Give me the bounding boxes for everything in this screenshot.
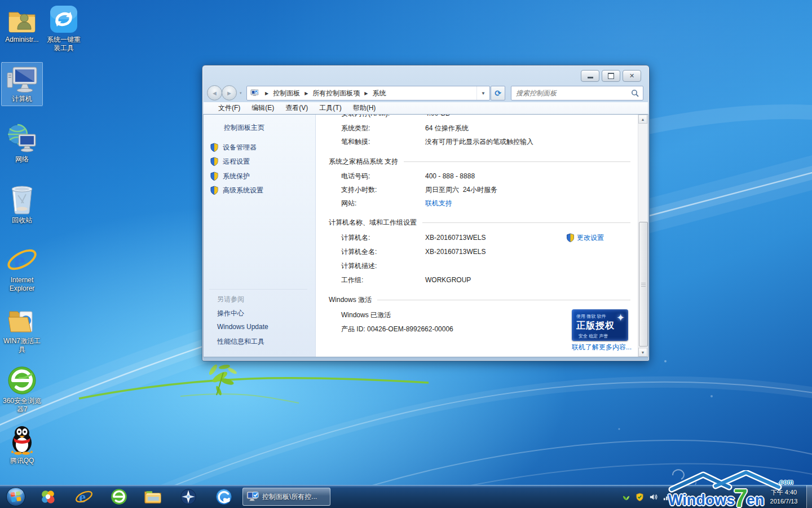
start-button[interactable] (5, 487, 27, 506)
desktop-icon-tencent-qq[interactable]: 腾讯QQ (0, 424, 44, 465)
tray-clock[interactable]: 下午 4:40 2016/7/13 (764, 488, 804, 506)
field-label: 安装内存(RAM): (341, 115, 390, 119)
field-value: 周日至周六 24小时服务 (425, 185, 497, 195)
desktop-icon-label: 回收站 (0, 216, 44, 225)
minimize-button[interactable] (581, 70, 599, 82)
desktop-icon-reinstall-tool[interactable]: 系统一键重 装工具 (42, 3, 86, 52)
desktop-icon-label: 腾讯QQ (0, 457, 44, 465)
search-box (511, 86, 643, 100)
address-bar[interactable]: ▶ 控制面板 ▶ 所有控制面板项 ▶ 系统 ▼ (246, 86, 490, 100)
clock-time: 下午 4:40 (764, 488, 804, 497)
desktop-icon-administrator[interactable]: Administr... (0, 3, 44, 44)
scroll-down-button[interactable]: ▼ (638, 348, 647, 357)
change-settings-link[interactable]: 更改设置 (566, 233, 604, 243)
field-label: 计算机全名: (341, 247, 377, 257)
minimize-icon (588, 77, 593, 78)
system-control-panel-window: ✕ ◄ ► ▾ ▶ 控制面板 ▶ 所有控制面板项 ▶ 系统 ▼ ⟳ (202, 65, 650, 361)
desktop-icon-recycle-bin[interactable]: 回收站 (0, 184, 44, 225)
breadcrumb-all-items[interactable]: 所有控制面板项 (311, 89, 361, 98)
taskbar-active-window-button[interactable]: 控制面板\所有控... (242, 488, 330, 506)
learn-more-online-link[interactable]: 联机了解更多内容... (572, 343, 632, 352)
field-label: 计算机名: (341, 233, 370, 243)
scroll-up-button[interactable]: ▲ (638, 115, 647, 124)
address-dropdown-icon[interactable]: ▼ (476, 86, 489, 100)
search-icon[interactable] (631, 89, 639, 97)
field-value: WORKGROUP (425, 275, 471, 285)
control-panel-window-icon (246, 491, 259, 502)
sidebar-see-also-header: 另请参阅 (217, 295, 244, 304)
row-system-type: 系统类型: 64 位操作系统 (316, 123, 633, 133)
menu-edit[interactable]: 编辑(E) (246, 103, 280, 113)
desktop-icon-win7-activator[interactable]: WIN7激活工 具 (0, 305, 44, 354)
search-input[interactable] (515, 87, 631, 99)
recent-pages-caret-icon[interactable]: ▾ (240, 91, 242, 95)
field-label: 工作组: (341, 275, 363, 285)
breadcrumb-arrow-icon: ▶ (262, 91, 272, 96)
sidebar-item-advanced-settings[interactable]: 高级系统设置 (223, 186, 263, 195)
section-rule (404, 161, 630, 163)
desktop-icon-360-browser[interactable]: 360安全浏览 器7 (0, 365, 44, 414)
tray-network-icon[interactable] (663, 493, 671, 501)
desktop-icon-label: Administr... (0, 36, 44, 44)
win7-activator-folder-icon (0, 305, 44, 335)
online-support-link[interactable]: 联机支持 (425, 198, 452, 208)
refresh-button[interactable]: ⟳ (491, 86, 505, 100)
sidebar-item-home[interactable]: 控制面板主页 (224, 123, 264, 133)
menu-help[interactable]: 帮助(H) (347, 103, 382, 113)
desktop-icon-network[interactable]: 网络 (0, 123, 44, 164)
desktop-icon-label: 网络 (0, 155, 44, 164)
tray-shield-icon[interactable] (636, 493, 644, 501)
maximize-button[interactable] (602, 70, 620, 82)
desktop-icon-label: Explorer (0, 284, 44, 293)
desktop-icon-computer[interactable]: 计算机 (1, 62, 43, 106)
product-id: 产品 ID: 00426-OEM-8992662-00006 (341, 324, 453, 334)
computer-icon (2, 63, 42, 93)
field-label: 电话号码: (341, 171, 370, 181)
sidebar-item-performance-tools[interactable]: 性能信息和工具 (217, 337, 264, 347)
scroll-up-icon: ▲ (641, 117, 645, 121)
taskbar-compass-browser-button[interactable] (178, 487, 199, 506)
breadcrumb-control-panel[interactable]: 控制面板 (272, 89, 301, 98)
taskbar-windows-explorer-button[interactable] (142, 487, 164, 506)
desktop-icon-label: WIN7激活工 (0, 337, 44, 345)
breadcrumb-system[interactable]: 系统 (371, 89, 387, 98)
tray-icons (622, 493, 671, 501)
sidebar-item-device-manager[interactable]: 设备管理器 (223, 143, 257, 152)
section-support: 系统之家精品系统 支持 (329, 156, 630, 167)
taskbar-internet-explorer-button[interactable]: e (73, 487, 95, 506)
back-button[interactable]: ◄ (207, 85, 222, 100)
tray-volume-icon[interactable] (649, 493, 657, 501)
sidebar-item-system-protection[interactable]: 系统保护 (223, 172, 250, 181)
forward-icon: ► (226, 90, 232, 97)
uac-shield-icon (210, 186, 218, 196)
menu-tools[interactable]: 工具(T) (314, 103, 347, 113)
forward-button[interactable]: ► (222, 85, 237, 100)
taskbar-360-safety-button[interactable] (37, 487, 59, 506)
vertical-scrollbar[interactable]: ▲ ▼ (638, 115, 648, 357)
menu-file[interactable]: 文件(F) (213, 103, 246, 113)
scroll-down-icon: ▼ (641, 351, 645, 354)
taskbar: e (0, 485, 812, 508)
close-button[interactable]: ✕ (623, 70, 641, 82)
system-page-icon (250, 89, 259, 97)
desktop-icon-label: 具 (0, 345, 44, 354)
sidebar-item-label: 高级系统设置 (223, 186, 263, 194)
taskbar-qq-browser-button[interactable] (213, 487, 235, 506)
sidebar-separator (209, 289, 307, 290)
field-label: 笔和触摸: (341, 137, 370, 147)
breadcrumb-arrow-icon: ▶ (301, 91, 311, 96)
show-desktop-button[interactable] (806, 485, 812, 508)
section-rule (377, 300, 630, 301)
desktop-icon-internet-explorer[interactable]: e Internet Explorer (0, 244, 44, 293)
sprout-decoration (208, 364, 237, 396)
menu-view[interactable]: 查看(V) (280, 103, 314, 113)
sidebar-item-windows-update[interactable]: Windows Update (217, 323, 268, 331)
scrollbar-thumb[interactable] (639, 222, 648, 347)
field-value: XB-20160713WELS (425, 233, 486, 243)
360-browser-icon (111, 488, 127, 505)
sidebar-item-label: 远程设置 (223, 157, 250, 165)
sidebar-item-action-center[interactable]: 操作中心 (217, 309, 244, 318)
sidebar-item-remote-settings[interactable]: 远程设置 (223, 157, 250, 167)
tray-sprout-icon[interactable] (622, 493, 630, 501)
taskbar-360-browser-button[interactable] (108, 487, 130, 506)
